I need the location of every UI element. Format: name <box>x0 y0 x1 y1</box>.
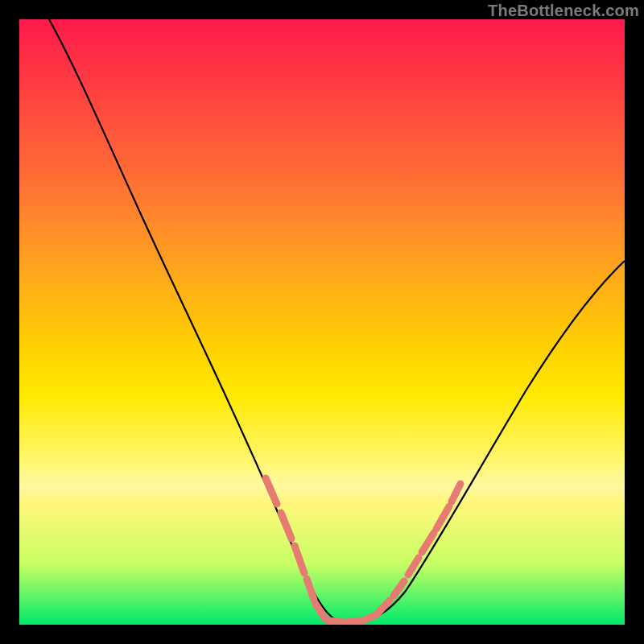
highlight-seg <box>316 604 325 619</box>
highlight-seg <box>328 621 343 622</box>
curve-svg <box>19 19 625 625</box>
highlight-seg <box>346 621 360 622</box>
bottleneck-curve <box>49 19 625 622</box>
watermark-text: TheBottleneck.com <box>488 2 639 20</box>
chart-frame: TheBottleneck.com <box>0 0 644 644</box>
highlight-seg <box>266 478 277 504</box>
plot-area <box>19 19 625 625</box>
highlight-seg <box>363 615 376 621</box>
highlight-seg <box>436 506 449 529</box>
highlight-seg <box>452 484 460 502</box>
highlight-seg <box>281 513 291 539</box>
highlight-seg <box>295 546 304 573</box>
highlight-seg <box>378 601 390 613</box>
highlight-seg <box>307 579 314 600</box>
